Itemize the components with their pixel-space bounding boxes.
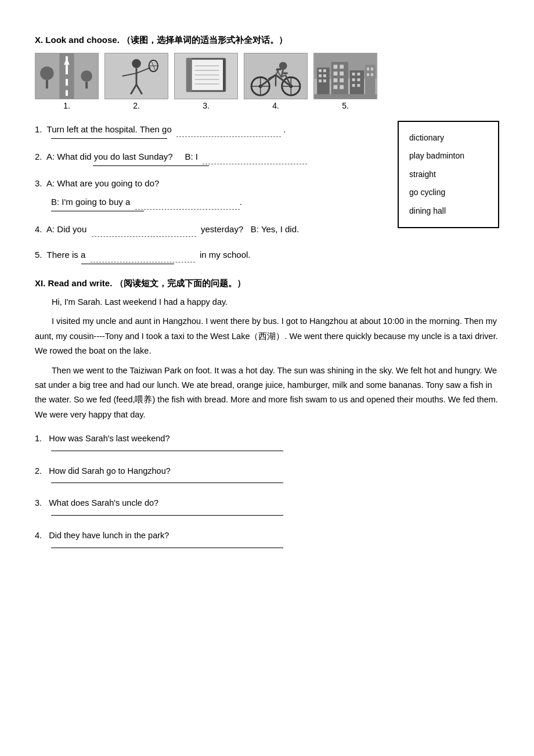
section-x: X. Look and choose. （读图，选择单词的适当形式补全对话。） bbox=[35, 35, 499, 264]
svg-rect-4 bbox=[66, 79, 68, 86]
q3-blank bbox=[135, 193, 240, 210]
q3-answer-line bbox=[51, 211, 144, 211]
q5-blank bbox=[91, 246, 195, 262]
passage-p1: Hi, I'm Sarah. Last weekend I had a happ… bbox=[35, 295, 499, 309]
aq-item-3: 3. What does Sarah's uncle do? bbox=[35, 496, 499, 516]
q4-text-after2: B: Yes, I did. bbox=[251, 224, 299, 234]
word-box-item-3: straight bbox=[409, 165, 488, 183]
q5-text-after: in my school. bbox=[200, 250, 251, 260]
q5-text-before: There is a bbox=[47, 250, 86, 260]
q4-text-before: A: Did you bbox=[46, 224, 86, 234]
aq-text-1: 1. How was Sarah's last weekend? bbox=[35, 431, 499, 446]
svg-rect-64 bbox=[340, 65, 344, 69]
image-num-4: 4. bbox=[272, 101, 279, 110]
image-item-3: 3. bbox=[174, 53, 238, 110]
image-item-4: 4. bbox=[244, 53, 308, 110]
svg-rect-68 bbox=[340, 78, 344, 82]
q4-num: 4. bbox=[35, 224, 42, 234]
section-xi: XI. Read and write. （阅读短文，完成下面的问题。） Hi, … bbox=[35, 278, 499, 548]
image-cycling bbox=[244, 53, 308, 99]
svg-rect-59 bbox=[323, 74, 326, 77]
q2-num: 2. bbox=[35, 152, 42, 161]
q3-parta: A: What are you going to do? bbox=[46, 178, 159, 188]
aq-num-2: 2. bbox=[35, 466, 42, 476]
svg-rect-66 bbox=[340, 71, 344, 75]
q2-partb-label: B: I bbox=[185, 152, 199, 161]
image-num-1: 1. bbox=[63, 101, 70, 110]
svg-rect-9 bbox=[46, 80, 48, 89]
image-road bbox=[35, 53, 99, 99]
image-building bbox=[313, 53, 377, 99]
image-num-2: 2. bbox=[133, 101, 140, 110]
aq-text-4: 4. Did they have lunch in the park? bbox=[35, 528, 499, 543]
images-row: 1. bbox=[35, 53, 499, 110]
svg-rect-67 bbox=[334, 78, 338, 82]
svg-rect-78 bbox=[365, 65, 376, 99]
svg-rect-81 bbox=[367, 73, 369, 76]
svg-rect-72 bbox=[352, 73, 355, 75]
svg-rect-7 bbox=[66, 65, 68, 74]
aq-answer-line-2 bbox=[51, 483, 283, 483]
svg-rect-65 bbox=[334, 71, 338, 75]
question-5: 5. There is a in my school. bbox=[35, 246, 499, 264]
svg-point-10 bbox=[81, 70, 92, 82]
svg-rect-5 bbox=[66, 90, 68, 96]
answer-questions: 1. How was Sarah's last weekend? 2. How … bbox=[35, 431, 499, 548]
svg-rect-58 bbox=[319, 74, 322, 77]
svg-rect-63 bbox=[334, 65, 338, 69]
aq-text-3: 3. What does Sarah's uncle do? bbox=[35, 496, 499, 510]
aq-item-4: 4. Did they have lunch in the park? bbox=[35, 528, 499, 548]
svg-rect-11 bbox=[85, 82, 88, 89]
q5-num: 5. bbox=[35, 250, 42, 260]
svg-rect-57 bbox=[323, 69, 326, 72]
questions-area: dictionary play badminton straight go cy… bbox=[35, 121, 499, 264]
svg-rect-61 bbox=[323, 80, 326, 82]
q5-answer-line bbox=[81, 264, 174, 264]
svg-point-13 bbox=[132, 59, 141, 69]
svg-rect-79 bbox=[367, 67, 369, 70]
q4-blank bbox=[92, 221, 196, 237]
word-box-item-2: play badminton bbox=[409, 147, 488, 165]
svg-rect-82 bbox=[371, 73, 373, 76]
q3-partb-label: B: I'm going to buy a bbox=[51, 197, 130, 207]
svg-rect-69 bbox=[334, 85, 338, 89]
aq-answer-line-3 bbox=[51, 515, 283, 516]
aq-num-1: 1. bbox=[35, 434, 42, 443]
aq-item-2: 2. How did Sarah go to Hangzhou? bbox=[35, 464, 499, 484]
svg-rect-74 bbox=[352, 78, 355, 81]
passage-p2: I visited my uncle and aunt in Hangzhou.… bbox=[35, 314, 499, 358]
image-badminton bbox=[104, 53, 168, 99]
q4-text-after: yesterday? bbox=[201, 224, 243, 234]
svg-rect-73 bbox=[357, 73, 360, 75]
svg-rect-70 bbox=[340, 85, 344, 89]
aq-num-4: 4. bbox=[35, 531, 42, 540]
q1-num: 1. bbox=[35, 124, 42, 134]
word-box-item-4: go cycling bbox=[409, 183, 488, 201]
svg-rect-60 bbox=[319, 80, 322, 82]
passage-p3: Then we went to the Taiziwan Park on foo… bbox=[35, 363, 499, 423]
word-box-item-1: dictionary bbox=[409, 129, 488, 147]
svg-point-49 bbox=[279, 62, 287, 70]
image-item-2: 2. bbox=[104, 53, 168, 110]
section-xi-title: XI. Read and write. （阅读短文，完成下面的问题。） bbox=[35, 278, 499, 289]
svg-rect-83 bbox=[314, 94, 376, 99]
aq-item-1: 1. How was Sarah's last weekend? bbox=[35, 431, 499, 451]
aq-text-2: 2. How did Sarah go to Hangzhou? bbox=[35, 464, 499, 478]
svg-point-8 bbox=[40, 66, 53, 80]
image-num-5: 5. bbox=[342, 101, 349, 110]
word-box-item-5: dining hall bbox=[409, 202, 488, 220]
image-num-3: 3. bbox=[203, 101, 210, 110]
word-box: dictionary play badminton straight go cy… bbox=[398, 121, 499, 228]
q1-answer-line bbox=[51, 138, 167, 139]
q1-blank bbox=[176, 121, 281, 137]
q2-answer-line bbox=[93, 165, 209, 166]
q3-num: 3. bbox=[35, 178, 42, 188]
svg-rect-77 bbox=[357, 84, 360, 87]
svg-rect-75 bbox=[357, 78, 360, 81]
svg-rect-55 bbox=[317, 67, 329, 99]
svg-rect-76 bbox=[352, 84, 355, 87]
aq-answer-line-1 bbox=[51, 451, 283, 451]
svg-rect-25 bbox=[186, 58, 192, 92]
svg-rect-80 bbox=[371, 67, 373, 70]
aq-answer-line-4 bbox=[51, 548, 283, 548]
